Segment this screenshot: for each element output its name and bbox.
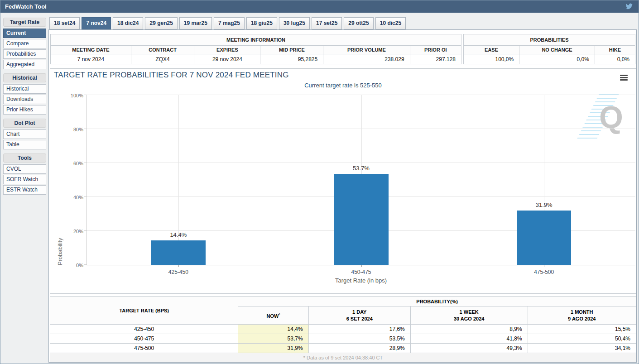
fedwatch-tool-window: FedWatch Tool Target RateCurrentCompareP… — [0, 0, 639, 364]
one-week-column-header: 1 WEEK30 AGO 2024 — [410, 307, 528, 325]
tab-30-lug25[interactable]: 30 lug25 — [279, 17, 310, 29]
col-contract: CONTRACT — [131, 46, 194, 54]
y-tick-mark — [84, 163, 87, 163]
probabilities-summary-table: PROBABILITIES EASE NO CHANGE HIKE 100,0%… — [463, 34, 635, 64]
meeting-information-table: MEETING INFORMATION MEETING DATE CONTRAC… — [50, 34, 461, 64]
title-bar: FedWatch Tool — [0, 0, 639, 13]
sidebar-header-tools: Tools — [3, 153, 46, 163]
data-as-of-footnote: * Data as of 9 set 2024 04:38:40 CT — [50, 353, 636, 362]
meeting-info-title: MEETING INFORMATION — [51, 34, 461, 46]
sidebar-item-downloads[interactable]: Downloads — [3, 95, 46, 104]
probability-bar-475-500[interactable] — [517, 211, 571, 265]
meeting-tabs: 18 set247 nov2418 dic2429 gen2519 mar257… — [49, 17, 408, 30]
x-axis-title: Target Rate (in bps) — [86, 277, 635, 284]
one-day-value-cell: 17,6% — [308, 325, 410, 334]
tab-10-dic25[interactable]: 10 dic25 — [375, 17, 406, 29]
y-axis-title: Probability — [57, 95, 63, 265]
x-category-label: 450-475 — [351, 269, 371, 275]
one-day-value-cell: 53,5% — [308, 334, 410, 344]
tab-19-mar25[interactable]: 19 mar25 — [179, 17, 212, 29]
sidebar-item-prior-hikes[interactable]: Prior Hikes — [3, 105, 46, 115]
chart-context-menu-icon[interactable] — [620, 75, 628, 81]
tab-17-set25[interactable]: 17 set25 — [312, 17, 342, 29]
y-tick-mark — [84, 129, 87, 129]
table-row-450-475: 450-47553,7%53,5%41,8%50,4% — [50, 334, 636, 344]
sidebar-item-estr-watch[interactable]: ESTR Watch — [3, 185, 46, 195]
probability-history-table: TARGET RATE (BPS) PROBABILITY(%) NOW* 1 … — [50, 296, 636, 362]
app-title: FedWatch Tool — [5, 3, 47, 10]
y-tick-label: 20% — [62, 229, 83, 234]
tab-18-set24[interactable]: 18 set24 — [49, 17, 80, 29]
one-day-value-cell: 28,9% — [308, 344, 410, 353]
sidebar-header-historical: Historical — [3, 73, 46, 82]
range-cell: 450-475 — [50, 334, 238, 344]
col-expires: EXPIRES — [194, 46, 260, 54]
mid-price-value: 95,2825 — [260, 54, 323, 64]
x-tick-mark — [361, 265, 362, 267]
tab-18-dic24[interactable]: 18 dic24 — [113, 17, 143, 29]
tab-7-nov24[interactable]: 7 nov24 — [82, 17, 111, 29]
y-tick-mark — [84, 264, 87, 265]
sidebar-item-table[interactable]: Table — [3, 140, 46, 149]
y-tick-label: 60% — [62, 161, 83, 166]
bar-value-label: 31.9% — [536, 201, 553, 208]
prior-oi-value: 297.128 — [410, 54, 461, 64]
now-value-cell: 31,9% — [238, 344, 308, 353]
sidebar: Target RateCurrentCompareProbabilitiesAg… — [3, 18, 46, 199]
sidebar-item-probabilities[interactable]: Probabilities — [3, 49, 46, 59]
main-panel: MEETING INFORMATION MEETING DATE CONTRAC… — [48, 29, 637, 363]
x-tick-mark — [178, 265, 179, 267]
sidebar-item-cvol[interactable]: CVOL — [3, 164, 46, 174]
sidebar-section-tools: ToolsCVOLSOFR WatchESTR Watch — [3, 153, 46, 195]
table-row-425-450: 425-45014,4%17,6%8,9%15,5% — [50, 325, 636, 334]
sidebar-section-target-rate: Target RateCurrentCompareProbabilitiesAg… — [3, 18, 46, 69]
one-month-value-cell: 15,5% — [528, 325, 636, 334]
bar-value-label: 14.4% — [170, 231, 187, 238]
col-hike: HIKE — [595, 46, 635, 54]
one-week-value-cell: 8,9% — [410, 325, 528, 334]
no-change-value: 0,0% — [519, 54, 595, 64]
sidebar-item-historical[interactable]: Historical — [3, 84, 46, 94]
tab-29-ott25[interactable]: 29 ott25 — [344, 17, 373, 29]
tab-29-gen25[interactable]: 29 gen25 — [145, 17, 177, 29]
bar-value-label: 53.7% — [353, 165, 370, 172]
probability-bar-425-450[interactable] — [151, 240, 206, 265]
tab-18-giu25[interactable]: 18 giu25 — [246, 17, 277, 29]
chart-subtitle: Current target rate is 525-550 — [50, 82, 636, 89]
y-tick-label: 100% — [62, 93, 83, 98]
one-week-value-cell: 49,3% — [410, 344, 528, 353]
now-value-cell: 14,4% — [238, 325, 308, 334]
one-day-column-header: 1 DAY6 SET 2024 — [308, 307, 410, 325]
sidebar-header-target-rate: Target Rate — [3, 18, 46, 27]
one-month-column-header: 1 MONTH9 AGO 2024 — [528, 307, 636, 325]
contract-value: ZQX4 — [131, 54, 194, 64]
col-ease: EASE — [464, 46, 519, 54]
y-tick-mark — [84, 230, 87, 231]
prior-volume-value: 238.029 — [323, 54, 410, 64]
expires-value: 29 nov 2024 — [194, 54, 260, 64]
sidebar-item-aggregated[interactable]: Aggregated — [3, 60, 46, 69]
sidebar-section-historical: HistoricalHistoricalDownloadsPrior Hikes — [3, 73, 46, 115]
y-tick-mark — [84, 196, 87, 197]
one-month-value-cell: 34,1% — [528, 344, 636, 353]
col-no-change: NO CHANGE — [519, 46, 595, 54]
tab-7-mag25[interactable]: 7 mag25 — [214, 17, 245, 29]
sidebar-item-current[interactable]: Current — [3, 29, 46, 38]
col-mid-price: MID PRICE — [260, 46, 323, 54]
probability-chart: TARGET RATE PROBABILITIES FOR 7 NOV 2024… — [50, 68, 636, 294]
twitter-icon[interactable] — [625, 3, 633, 10]
sidebar-item-sofr-watch[interactable]: SOFR Watch — [3, 175, 46, 184]
chart-plot: 0%20%40%60%80%100%14.4%425-45053.7%450-4… — [86, 95, 635, 265]
chart-title: TARGET RATE PROBABILITIES FOR 7 NOV 2024… — [54, 71, 289, 80]
target-rate-bps-header: TARGET RATE (BPS) — [50, 297, 238, 325]
probability-bar-450-475[interactable] — [334, 174, 389, 265]
y-tick-label: 40% — [62, 195, 83, 200]
hike-value: 0,0% — [595, 54, 635, 64]
sidebar-section-dot-plot: Dot PlotChartTable — [3, 119, 46, 149]
y-tick-mark — [84, 95, 87, 95]
col-meeting-date: MEETING DATE — [51, 46, 131, 54]
sidebar-item-chart[interactable]: Chart — [3, 129, 46, 139]
x-category-label: 425-450 — [168, 269, 188, 275]
now-value-cell: 53,7% — [238, 334, 308, 344]
sidebar-item-compare[interactable]: Compare — [3, 39, 46, 48]
